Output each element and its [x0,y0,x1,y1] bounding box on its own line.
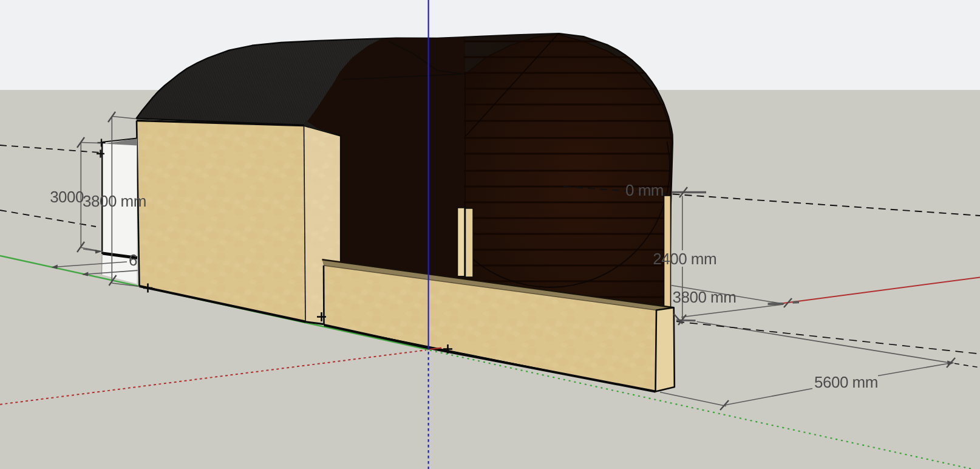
svg-text:3000: 3000 [50,188,84,206]
svg-text:0 mm: 0 mm [625,181,664,199]
svg-text:5600 mm: 5600 mm [814,373,878,391]
svg-text:3800 mm: 3800 mm [673,288,737,306]
svg-text:6: 6 [129,251,137,269]
svg-text:3800 mm: 3800 mm [83,192,146,210]
svg-text:2400 mm: 2400 mm [653,250,716,268]
